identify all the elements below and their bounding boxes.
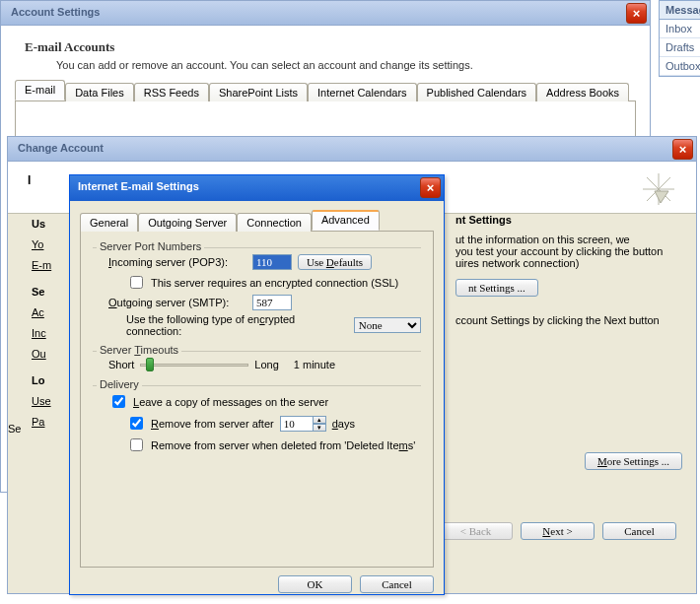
remove-deleted-checkbox[interactable] [130, 438, 143, 451]
label-incoming: Inc [32, 327, 46, 339]
timeout-value: 1 minute [294, 359, 335, 370]
test-desc-line1: ut the information on this screen, we [455, 234, 682, 245]
ssl-checkbox-label[interactable]: This server requires an encrypted connec… [126, 273, 398, 292]
incoming-port-input[interactable] [252, 254, 292, 270]
account-settings-tabstrip: E-mail Data Files RSS Feeds SharePoint L… [15, 79, 636, 101]
account-settings-title: Account Settings [11, 6, 100, 18]
tab-connection[interactable]: Connection [237, 213, 312, 232]
close-icon[interactable]: × [626, 3, 647, 24]
tab-rss-feeds[interactable]: RSS Feeds [134, 83, 209, 101]
label-logon-info: Lo [32, 374, 44, 386]
tab-advanced[interactable]: Advanced [312, 210, 380, 231]
server-timeouts-legend: Server TimeoutsServer Timeouts [97, 344, 181, 356]
next-button[interactable]: Next > [521, 522, 595, 540]
account-settings-titlebar: Account Settings × [1, 1, 650, 26]
remove-deleted-label[interactable]: Remove from server when deleted from 'De… [126, 436, 415, 454]
remove-days-spinner[interactable]: ▲▼ [280, 416, 326, 432]
leave-copy-label[interactable]: Leave a copy of messages on the serverLe… [108, 392, 328, 411]
tab-published-calendars[interactable]: Published Calendars [417, 83, 537, 101]
outgoing-port-input[interactable] [252, 295, 292, 310]
wizard-footer: < Back Next > Next > Cancel [439, 522, 676, 540]
account-settings-header-section: E-mail Accounts You can add or remove an… [1, 26, 650, 79]
email-settings-tabstrip: General Outgoing Server Connection Advan… [80, 209, 434, 231]
encryption-type-select[interactable]: None [354, 317, 421, 333]
messages-header: Messages [660, 1, 700, 20]
wizard-star-icon [641, 171, 676, 215]
cancel-button[interactable]: Cancel [602, 522, 676, 540]
cancel-button[interactable]: Cancel [360, 575, 434, 593]
close-icon[interactable]: × [672, 139, 693, 160]
test-desc-line2: you test your account by clicking the bu… [455, 245, 682, 257]
timeout-slider[interactable] [140, 358, 248, 371]
dialog-footer: OK Cancel [70, 568, 444, 601]
email-settings-dialog: Internet E-mail Settings × General Outgo… [69, 174, 445, 595]
ssl-checkbox[interactable] [130, 276, 143, 289]
label-email: E-m [32, 259, 51, 271]
tab-email[interactable]: E-mail [15, 80, 65, 101]
more-settings-button[interactable]: MMore Settings ...ore Settings ... [585, 452, 682, 470]
right-column: nt Settings ut the information on this s… [455, 214, 682, 470]
tab-sharepoint-lists[interactable]: SharePoint Lists [209, 83, 308, 101]
ssl-label-text: This server requires an encrypted connec… [151, 277, 398, 289]
test-account-settings-button[interactable]: nt Settings ... [455, 279, 538, 297]
server-port-numbers-group: Server Port Numbers Incoming server (POP… [93, 247, 421, 337]
test-settings-heading: nt Settings [455, 214, 512, 226]
messages-item-inbox[interactable]: Inbox [660, 20, 700, 38]
days-label: daysdays [332, 418, 355, 430]
email-settings-title: Internet E-mail Settings [78, 180, 199, 192]
back-button[interactable]: < Back [439, 522, 513, 540]
label-password: Pa [32, 416, 44, 428]
test-desc-line3: uires network connection) [455, 257, 682, 269]
messages-panel: Messages Inbox Drafts Outbox [659, 0, 700, 77]
spinner-down-icon[interactable]: ▼ [313, 424, 326, 432]
ok-button[interactable]: OK [278, 575, 352, 593]
encryption-type-label: Use the following type of encrypted conn… [126, 313, 348, 337]
advanced-tab-panel: Server Port Numbers Incoming server (POP… [80, 231, 434, 568]
messages-item-drafts[interactable]: Drafts [660, 38, 700, 57]
leave-copy-text: Leave a copy of messages on the serverLe… [133, 396, 328, 408]
change-account-titlebar: Change Account × [8, 137, 696, 162]
remove-days-input[interactable] [280, 416, 314, 432]
leave-copy-checkbox[interactable] [112, 395, 125, 408]
incoming-server-label: Incoming server (POP3): Incoming server … [108, 256, 246, 268]
server-timeouts-group: Server TimeoutsServer Timeouts Short Lon… [93, 351, 421, 371]
email-settings-titlebar: Internet E-mail Settings × [70, 175, 444, 201]
left-column-fragments: Us Yo E-m Se Ac Inc Ou Lo Use Pa [32, 214, 59, 433]
tab-general[interactable]: General [80, 213, 138, 232]
label-account-type: Ac [32, 306, 44, 318]
label-user-info: Us [32, 218, 45, 230]
timeout-short-label: Short [108, 359, 134, 370]
tab-outgoing-server[interactable]: Outgoing Server [138, 213, 237, 232]
label-your-name: Yo [32, 238, 43, 250]
remove-after-label[interactable]: Remove from server afterRemove from serv… [126, 414, 274, 433]
wizard-heading-fragment: I [28, 173, 31, 187]
change-account-title: Change Account [18, 142, 104, 154]
email-accounts-heading: E-mail Accounts [25, 39, 626, 55]
tab-internet-calendars[interactable]: Internet Calendars [308, 83, 417, 101]
label-outgoing: Ou [32, 348, 46, 360]
remove-after-checkbox[interactable] [130, 417, 143, 430]
spinner-up-icon[interactable]: ▲ [313, 416, 326, 424]
tab-address-books[interactable]: Address Books [536, 83, 629, 101]
delivery-group: Delivery Leave a copy of messages on the… [93, 385, 421, 454]
use-defaults-button[interactable]: Use DefaultsUse Defaults [298, 254, 372, 270]
server-port-numbers-legend: Server Port Numbers [97, 240, 204, 252]
remove-after-text: Remove from server afterRemove from serv… [151, 418, 274, 430]
searching-fragment: Se [8, 423, 21, 435]
messages-item-outbox[interactable]: Outbox [660, 57, 700, 76]
delivery-legend: Delivery [97, 378, 142, 390]
label-server-info: Se [32, 286, 44, 298]
email-accounts-desc: You can add or remove an account. You ca… [25, 55, 626, 71]
outgoing-server-label: Outgoing server (SMTP): Outgoing server … [108, 297, 246, 308]
remove-deleted-text: Remove from server when deleted from 'De… [151, 439, 415, 451]
close-icon[interactable]: × [420, 177, 441, 198]
timeout-long-label: Long [254, 359, 278, 370]
tab-data-files[interactable]: Data Files [65, 83, 134, 101]
next-instruction: ccount Settings by clicking the Next but… [455, 314, 682, 326]
label-username: Use [32, 395, 51, 407]
